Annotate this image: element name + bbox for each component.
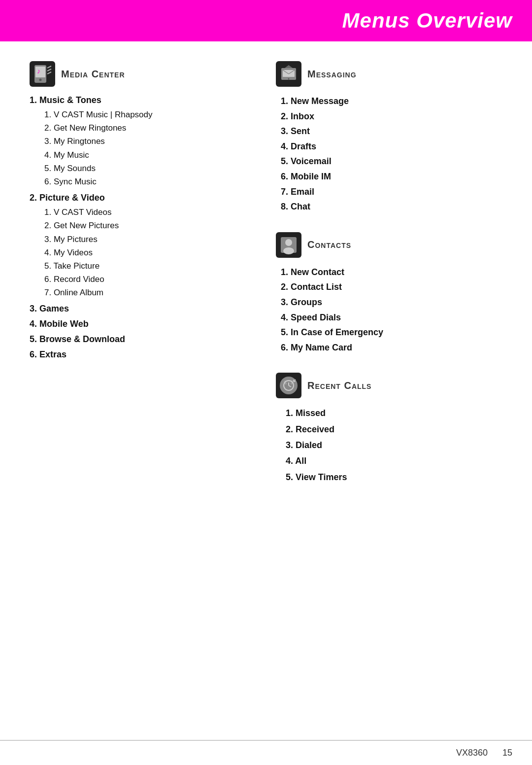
list-item: 5. Take Picture: [44, 259, 256, 273]
list-item: 7. Email: [281, 184, 502, 200]
list-item: 3. My Pictures: [44, 233, 256, 246]
svg-line-4: [47, 66, 51, 68]
page-title: Menus Overview: [342, 9, 512, 32]
list-item: 6. My Name Card: [281, 340, 502, 355]
list-item: 8. Chat: [281, 199, 502, 214]
svg-point-15: [283, 247, 294, 254]
contacts-header: Contacts: [276, 232, 502, 258]
svg-line-6: [47, 72, 51, 74]
messaging-menu: 1. New Message 2. Inbox 3. Sent 4. Draft…: [276, 94, 502, 214]
list-item: 2. Get New Pictures: [44, 219, 256, 232]
media-center-header: ♪ Media Center: [30, 61, 256, 87]
list-item: 5. View Timers: [286, 469, 502, 485]
list-item: 4. Drafts: [281, 139, 502, 154]
contacts-section: Contacts 1. New Contact 2. Contact List …: [276, 232, 502, 355]
list-item: 5. Browse & Download: [30, 333, 256, 346]
page-footer: VX8360 15: [0, 740, 532, 765]
media-center-section: ♪ Media Center 1. Music & Tones 1. V CAS…: [30, 61, 256, 361]
list-item: 4. All: [286, 453, 502, 469]
list-item: 5. In Case of Emergency: [281, 325, 502, 340]
svg-point-14: [285, 239, 292, 246]
list-item: 2. Received: [286, 421, 502, 437]
svg-point-9: [288, 78, 290, 80]
list-item: 5. My Sounds: [44, 162, 256, 175]
left-column: ♪ Media Center 1. Music & Tones 1. V CAS…: [30, 61, 256, 500]
recent-calls-menu: 1. Missed 2. Received 3. Dialed 4. All 5…: [276, 405, 502, 485]
media-center-title: Media Center: [61, 69, 125, 80]
svg-marker-12: [285, 65, 293, 68]
picture-video-submenu: 1. V CAST Videos 2. Get New Pictures 3. …: [30, 206, 256, 299]
list-item: 2. Get New Ringtones: [44, 121, 256, 135]
list-item: 1. V CAST Videos: [44, 206, 256, 219]
list-item: 2. Picture & Video 1. V CAST Videos 2. G…: [30, 191, 256, 299]
messaging-header: Messaging: [276, 61, 502, 87]
recent-calls-section: Recent Calls 1. Missed 2. Received 3. Di…: [276, 373, 502, 485]
recent-calls-header: Recent Calls: [276, 373, 502, 398]
list-item: 1. Missed: [286, 405, 502, 421]
right-column: Messaging 1. New Message 2. Inbox 3. Sen…: [276, 61, 502, 500]
list-item: 6. Mobile IM: [281, 169, 502, 184]
contacts-menu: 1. New Contact 2. Contact List 3. Groups…: [276, 265, 502, 355]
list-item: 3. Groups: [281, 295, 502, 310]
list-item: 4. My Videos: [44, 246, 256, 259]
list-item: 1. New Message: [281, 94, 502, 109]
list-item: 4. Mobile Web: [30, 317, 256, 331]
music-tones-submenu: 1. V CAST Music | Rhapsody 2. Get New Ri…: [30, 108, 256, 188]
list-item: 1. New Contact: [281, 265, 502, 280]
media-center-icon: ♪: [30, 61, 55, 87]
svg-line-5: [47, 69, 51, 71]
page-header: Menus Overview: [0, 0, 532, 41]
svg-point-2: [39, 79, 42, 81]
list-item: 6. Extras: [30, 348, 256, 361]
messaging-icon: [276, 61, 301, 87]
list-item: 3. My Ringtones: [44, 135, 256, 148]
list-item: 5. Voicemail: [281, 154, 502, 169]
list-item: 1. Music & Tones 1. V CAST Music | Rhaps…: [30, 94, 256, 188]
media-center-menu: 1. Music & Tones 1. V CAST Music | Rhaps…: [30, 94, 256, 361]
messaging-title: Messaging: [307, 69, 357, 80]
list-item: 3. Sent: [281, 124, 502, 139]
list-item: 2. Inbox: [281, 109, 502, 124]
list-item: 4. Speed Dials: [281, 310, 502, 325]
list-item: 3. Games: [30, 302, 256, 315]
svg-text:♪: ♪: [37, 67, 40, 75]
list-item: 6. Sync Music: [44, 175, 256, 188]
list-item: 2. Contact List: [281, 279, 502, 295]
list-item: 4. My Music: [44, 148, 256, 162]
list-item: 1. V CAST Music | Rhapsody: [44, 108, 256, 121]
contacts-icon: [276, 232, 301, 258]
recent-calls-title: Recent Calls: [307, 380, 371, 391]
messaging-section: Messaging 1. New Message 2. Inbox 3. Sen…: [276, 61, 502, 214]
contacts-title: Contacts: [307, 239, 351, 250]
footer-info: VX8360 15: [456, 748, 512, 758]
main-content: ♪ Media Center 1. Music & Tones 1. V CAS…: [0, 41, 532, 520]
list-item: 6. Record Video: [44, 273, 256, 286]
recent-calls-icon: [276, 373, 301, 398]
list-item: 7. Online Album: [44, 286, 256, 299]
list-item: 3. Dialed: [286, 437, 502, 453]
